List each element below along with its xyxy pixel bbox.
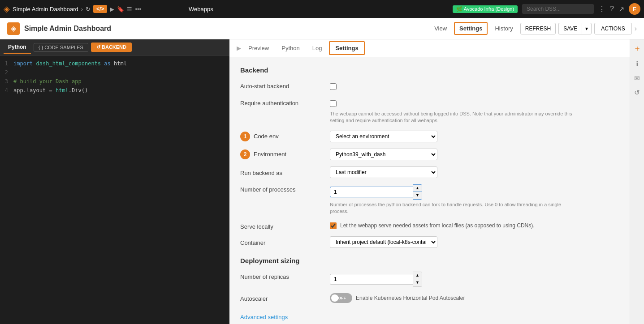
num-replicas-input[interactable] <box>330 274 413 285</box>
toggle-off-label: OFF <box>338 296 346 300</box>
autoscaler-toggle[interactable]: OFF <box>330 293 352 303</box>
search-input[interactable] <box>522 4 594 14</box>
run-backend-row: Run backend as Last modifier <box>240 166 619 178</box>
environment-row: 2 Environment Python39_with_dash <box>240 149 619 160</box>
python-tab[interactable]: Python <box>4 41 31 54</box>
num-processes-control: ▲ ▼ Number of processes the python backe… <box>330 184 619 215</box>
num-processes-up[interactable]: ▲ <box>413 185 422 192</box>
code-line-3: 3 # build your Dash app <box>0 77 229 86</box>
arrow-icon: › <box>81 6 83 13</box>
auto-start-checkbox[interactable] <box>330 83 337 90</box>
step-badge-1: 1 <box>240 132 250 141</box>
deployment-section-title: Deployment sizing <box>240 257 619 264</box>
app-icon: ◈ <box>7 22 20 35</box>
code-env-select[interactable]: Select an environment <box>330 131 437 142</box>
code-env-label: Code env <box>254 133 279 140</box>
save-button[interactable]: SAVE <box>558 23 582 34</box>
advanced-settings-link[interactable]: Advanced settings <box>240 314 288 320</box>
num-processes-row: Number of processes ▲ ▼ Number of proces… <box>240 184 619 215</box>
tab-preview-icon: ▶ <box>237 45 241 51</box>
require-auth-hint: The webapp cannot be accessed without be… <box>330 111 581 124</box>
desktop-icon[interactable]: ☰ <box>127 6 132 13</box>
require-auth-row: Require authentication The webapp cannot… <box>240 98 619 124</box>
right-tabs: ▶ Preview Python Log Settings <box>229 39 630 57</box>
second-bar: ◈ Simple Admin Dashboard View Settings H… <box>0 18 644 39</box>
require-auth-control: The webapp cannot be accessed without be… <box>330 98 619 124</box>
num-replicas-label: Number of replicas <box>240 272 330 280</box>
code-line-4: 4 app.layout = html.Div() <box>0 86 229 95</box>
avocado-badge: 🌿 Avocado Infra (Design) <box>453 5 518 13</box>
serve-locally-label: Serve locally <box>240 222 330 230</box>
num-processes-down[interactable]: ▼ <box>413 192 422 199</box>
run-backend-select[interactable]: Last modifier <box>330 166 437 178</box>
main-layout: Python { } CODE SAMPLES ↺ BACKEND 1 impo… <box>0 39 644 324</box>
sidebar-add-icon[interactable]: ＋ <box>633 43 641 54</box>
container-control: Inherit project default (local-k8s-conta… <box>330 236 619 248</box>
app-name-top: Simple Admin Dashboard <box>13 6 78 13</box>
refresh-button[interactable]: REFRESH <box>520 23 556 34</box>
trend-icon[interactable]: ↗ <box>618 5 624 13</box>
require-auth-checkbox[interactable] <box>330 100 337 107</box>
view-button[interactable]: View <box>430 22 451 34</box>
tab-preview[interactable]: Preview <box>243 41 274 55</box>
serve-locally-hint: Let the webapp serve needed assets from … <box>340 222 535 229</box>
right-sidebar: ＋ ℹ ✉ ↺ <box>630 39 644 324</box>
logo-icon: ◈ <box>4 4 10 14</box>
user-avatar[interactable]: F <box>629 3 640 15</box>
left-tabs: Python { } CODE SAMPLES ↺ BACKEND <box>0 39 229 55</box>
run-backend-label: Run backend as <box>240 168 330 176</box>
backend-button[interactable]: ↺ BACKEND <box>91 43 132 52</box>
auto-start-label: Auto-start backend <box>240 81 330 90</box>
autoscaler-label: Autoscaler <box>240 294 330 302</box>
tab-python[interactable]: Python <box>276 41 305 55</box>
code-samples-button[interactable]: { } CODE SAMPLES <box>34 43 88 52</box>
num-processes-label: Number of processes <box>240 184 330 193</box>
code-icon[interactable]: </> <box>93 5 107 13</box>
chevron-right-icon[interactable]: › <box>635 25 637 33</box>
serve-locally-checkbox[interactable] <box>330 222 337 229</box>
top-bar: ◈ Simple Admin Dashboard › ↻ </> ▶ 🔖 ☰ •… <box>0 0 644 18</box>
num-processes-hint: Number of processes the python backend c… <box>330 201 581 215</box>
settings-content: Backend Auto-start backend Require authe… <box>229 57 630 324</box>
container-label: Container <box>240 238 330 246</box>
step-badge-2: 2 <box>240 149 250 159</box>
environment-select[interactable]: Python39_with_dash <box>330 149 437 160</box>
grid-icon[interactable]: ⋮ <box>598 5 605 13</box>
tab-settings[interactable]: Settings <box>329 41 364 55</box>
code-line-2: 2 <box>0 68 229 77</box>
code-env-control: Select an environment <box>330 131 619 142</box>
container-select[interactable]: Inherit project default (local-k8s-conta… <box>330 236 437 248</box>
auto-start-row: Auto-start backend <box>240 81 619 92</box>
sidebar-info-icon[interactable]: ℹ <box>636 60 639 68</box>
tab-log[interactable]: Log <box>307 41 328 55</box>
serve-locally-row: Serve locally Let the webapp serve neede… <box>240 222 619 230</box>
num-replicas-up[interactable]: ▲ <box>413 272 422 279</box>
num-processes-input[interactable] <box>330 187 413 197</box>
more-icon[interactable]: ••• <box>135 6 141 13</box>
history-button[interactable]: History <box>490 22 517 34</box>
code-area: 1 import dash_html_components as html 2 … <box>0 55 229 324</box>
bookmark-icon[interactable]: 🔖 <box>117 6 124 13</box>
play-icon[interactable]: ▶ <box>110 6 114 13</box>
actions-button[interactable]: ACTIONS <box>594 23 631 34</box>
recycle-icon[interactable]: ↻ <box>86 6 91 13</box>
environment-label: Environment <box>254 151 286 158</box>
main-content-right: ▶ Preview Python Log Settings Backend Au… <box>229 39 644 324</box>
help-icon[interactable]: ? <box>610 5 614 13</box>
app-title: Simple Admin Dashboard <box>24 25 111 33</box>
autoscaler-hint: Enable Kubernetes Horizontal Pod Autosca… <box>356 295 465 301</box>
backend-section-title: Backend <box>240 66 619 74</box>
webapps-label: Webapps <box>189 6 213 13</box>
autoscaler-control: OFF Enable Kubernetes Horizontal Pod Aut… <box>330 293 619 303</box>
auto-start-control <box>330 81 619 92</box>
environment-control: Python39_with_dash <box>330 149 619 160</box>
settings-button[interactable]: Settings <box>454 22 488 35</box>
container-row: Container Inherit project default (local… <box>240 236 619 248</box>
require-auth-label: Require authentication <box>240 98 330 107</box>
save-dropdown-button[interactable]: ▾ <box>582 23 592 34</box>
code-line-1: 1 import dash_html_components as html <box>0 59 229 68</box>
sidebar-message-icon[interactable]: ✉ <box>634 74 640 82</box>
num-replicas-down[interactable]: ▼ <box>413 279 422 286</box>
sidebar-refresh-icon[interactable]: ↺ <box>634 89 640 97</box>
serve-locally-control: Let the webapp serve needed assets from … <box>330 222 619 229</box>
